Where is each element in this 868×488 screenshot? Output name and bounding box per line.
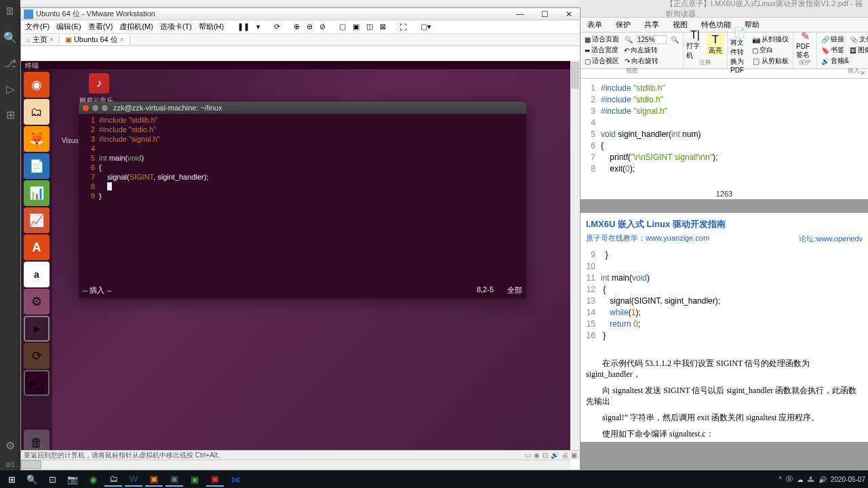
tab-home[interactable]: ⌂主页× bbox=[21, 35, 60, 45]
sign-button[interactable]: ✎PDF签名 bbox=[796, 34, 814, 56]
network-icon[interactable]: 🖧 bbox=[808, 476, 814, 483]
terminal-icon[interactable]: ▸ bbox=[24, 316, 50, 342]
pause-button[interactable]: ❚❚ bbox=[237, 22, 250, 31]
fit-page-button[interactable]: ▦ 适合页面 bbox=[583, 34, 620, 45]
snapshot-icon[interactable]: ⟳ bbox=[274, 22, 280, 31]
explorer-icon[interactable]: 🗂 bbox=[104, 472, 122, 487]
bookmark-button[interactable]: 🔖 书签 bbox=[820, 45, 846, 56]
fullscreen-icon[interactable]: ⛶ bbox=[399, 23, 407, 31]
terminal-body[interactable]: 1#include "stdlib.h"2#include "stdio.h"3… bbox=[79, 114, 526, 202]
netease-music-icon[interactable]: ♪ bbox=[89, 73, 109, 94]
dash-icon[interactable]: ◉ bbox=[24, 72, 50, 98]
rotate-left-button[interactable]: ↶ 向左旋转 bbox=[623, 45, 659, 56]
layout-icon[interactable]: ◫ bbox=[366, 22, 373, 31]
search-icon[interactable]: 🔍 bbox=[23, 472, 41, 487]
foxit-icon[interactable]: ▣ bbox=[206, 472, 224, 487]
zoom-in-icon[interactable]: 🔍 bbox=[669, 35, 680, 44]
rotate-right-button[interactable]: ↷ 向右旋转 bbox=[623, 56, 660, 66]
app-icon[interactable]: ▣ bbox=[145, 472, 163, 487]
skype-icon[interactable]: Ⓢ bbox=[786, 474, 793, 484]
clock[interactable]: 2020-05-07 bbox=[831, 476, 865, 483]
typewriter-button[interactable]: T|打字机 bbox=[686, 34, 704, 56]
tab-share[interactable]: 共享 bbox=[637, 18, 666, 32]
panel-close-icon[interactable]: ✕ bbox=[580, 69, 868, 79]
files-icon[interactable]: 🗂 bbox=[24, 99, 50, 125]
blank-button[interactable]: ▢ 空白 bbox=[751, 45, 790, 56]
fit-width-button[interactable]: ⬌ 适合宽度 bbox=[583, 45, 620, 56]
audio-button[interactable]: 🔊 音频& bbox=[820, 56, 850, 66]
zoom-out-icon[interactable]: 🔍 bbox=[623, 35, 634, 44]
menu-tabs[interactable]: 选项卡(T) bbox=[160, 22, 192, 32]
menu-edit[interactable]: 编辑(E) bbox=[56, 22, 81, 32]
tray-icon[interactable]: ☁ bbox=[797, 476, 804, 483]
device-icon[interactable]: ◉ bbox=[534, 451, 540, 459]
minimize-button[interactable]: — bbox=[512, 9, 528, 19]
git-icon[interactable]: ⎇ bbox=[3, 57, 17, 70]
device-icon[interactable]: ▣ bbox=[571, 451, 577, 459]
menu-help[interactable]: 帮助(H) bbox=[199, 22, 224, 32]
software-icon[interactable]: A bbox=[24, 235, 50, 260]
tray-icon[interactable]: ^ bbox=[778, 476, 782, 483]
start-button[interactable]: ⊞ bbox=[3, 472, 20, 487]
search-icon[interactable]: 🔍 bbox=[3, 31, 17, 45]
word-icon[interactable]: W bbox=[125, 472, 142, 487]
firefox-icon[interactable]: 🦊 bbox=[24, 126, 50, 152]
maximize-button[interactable]: ☐ bbox=[536, 9, 553, 19]
maximize-icon[interactable] bbox=[102, 105, 108, 111]
chrome-icon[interactable]: ◉ bbox=[84, 472, 102, 487]
vscode-taskbar-icon[interactable]: ⋈ bbox=[226, 472, 244, 487]
camera-icon[interactable]: 📷 bbox=[64, 472, 81, 487]
zoom-select[interactable] bbox=[637, 35, 667, 44]
files-icon[interactable]: 🗎 bbox=[3, 5, 17, 19]
menu-vm[interactable]: 虚拟机(M) bbox=[119, 22, 153, 32]
highlight-button[interactable]: T高亮 bbox=[707, 34, 724, 56]
layout-icon[interactable]: ⊠ bbox=[380, 22, 386, 31]
close-icon[interactable]: × bbox=[120, 36, 124, 43]
tab-protect[interactable]: 保护 bbox=[609, 18, 637, 32]
updater-icon[interactable]: ⟳ bbox=[24, 343, 50, 369]
link-button[interactable]: 🔗 链接 bbox=[820, 34, 846, 45]
minimize-icon[interactable] bbox=[92, 105, 98, 111]
app-icon[interactable]: ▣ bbox=[186, 472, 203, 487]
tab-feature[interactable]: 特色功能 bbox=[694, 18, 738, 32]
settings-icon[interactable]: ⚙ bbox=[24, 289, 50, 314]
taskview-icon[interactable]: ⊡ bbox=[43, 472, 61, 487]
impress-icon[interactable]: 📈 bbox=[24, 207, 50, 233]
from-clipboard-button[interactable]: 📋 从剪贴板 bbox=[751, 56, 790, 66]
writer-icon[interactable]: 📄 bbox=[24, 153, 50, 179]
layout-icon[interactable]: ▢ bbox=[339, 22, 346, 31]
close-button[interactable]: ✕ bbox=[561, 9, 577, 19]
menu-view[interactable]: 查看(V) bbox=[88, 22, 113, 32]
tool-icon[interactable]: ⊖ bbox=[307, 22, 313, 31]
image-button[interactable]: 🖼 图像标注 bbox=[848, 45, 868, 56]
volume-icon[interactable]: 🔊 bbox=[818, 476, 827, 483]
attach-button[interactable]: 📎 文件附件 bbox=[848, 34, 868, 45]
device-icon[interactable]: ⊡ bbox=[542, 451, 548, 459]
layout-icon[interactable]: ▣ bbox=[353, 22, 359, 31]
debug-icon[interactable]: ▷ bbox=[3, 83, 17, 96]
close-icon[interactable] bbox=[83, 105, 89, 111]
dropdown-icon[interactable]: ▾ bbox=[256, 22, 260, 31]
extensions-icon[interactable]: ⊞ bbox=[3, 108, 17, 122]
from-scanner-button[interactable]: 📷 从扫描仪 bbox=[751, 34, 790, 45]
terminal-titlebar[interactable]: zzk@zzk-virtual-machine: ~/linux bbox=[79, 102, 526, 114]
vmware-vscrollbar[interactable] bbox=[570, 61, 580, 460]
tab-vm[interactable]: ▣Ubuntu 64 位× bbox=[60, 35, 130, 45]
vmware-hscrollbar[interactable] bbox=[21, 460, 570, 470]
settings-icon[interactable]: ⚙ bbox=[3, 439, 17, 453]
menu-file[interactable]: 文件(F) bbox=[25, 22, 50, 32]
close-icon[interactable]: × bbox=[50, 36, 54, 43]
amazon-icon[interactable]: a bbox=[24, 262, 50, 287]
tab-form[interactable]: 表单 bbox=[580, 18, 609, 32]
pdf-viewport[interactable]: 1#include "stdlib.h"2#include "stdio.h"3… bbox=[580, 79, 868, 476]
calc-icon[interactable]: 📊 bbox=[24, 180, 50, 206]
fit-view-button[interactable]: ▢ 适合视区 bbox=[583, 56, 620, 66]
terminal-icon[interactable]: ▸_ bbox=[24, 370, 50, 396]
unity-icon[interactable]: ▢▾ bbox=[420, 22, 431, 31]
tool-icon[interactable]: ⊕ bbox=[294, 22, 300, 31]
device-icon[interactable]: 🖨 bbox=[561, 451, 568, 459]
convert-button[interactable]: 📄将文件转换为PDF bbox=[730, 39, 748, 61]
vmware-taskbar-icon[interactable]: ▣ bbox=[165, 472, 183, 487]
device-icon[interactable]: 🔊 bbox=[551, 451, 559, 459]
tool-icon[interactable]: ⊘ bbox=[319, 22, 326, 31]
